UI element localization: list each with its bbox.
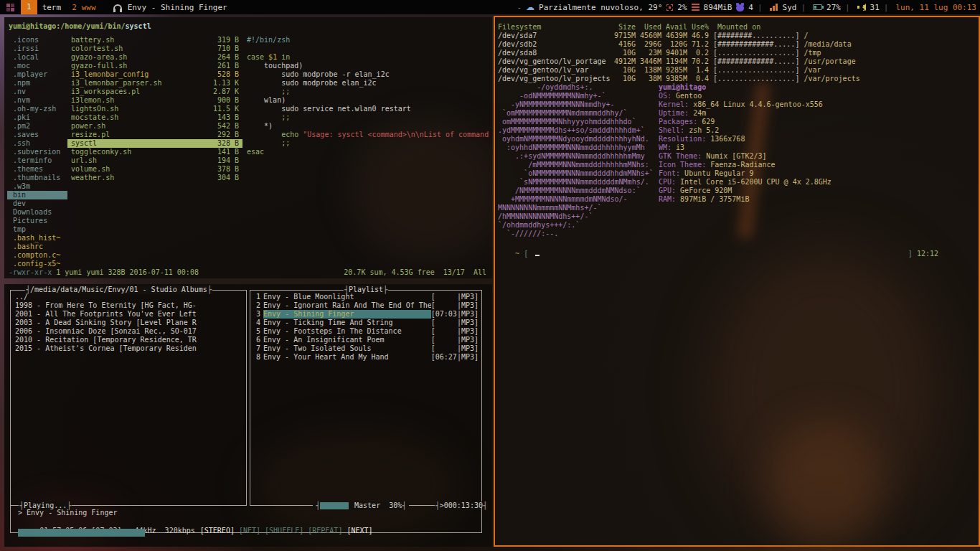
workspace-2-label[interactable]: www	[82, 3, 96, 12]
directory-item[interactable]: 1998 - From Here To Eternity [HG Fact, H…	[11, 301, 246, 310]
parent-dir-item[interactable]: dev	[7, 199, 67, 208]
track-number: 7	[253, 344, 260, 353]
file-row[interactable]: url.sh194 B	[67, 156, 242, 165]
focused-terminal-window[interactable]: FilesystemSizeUsedAvailUse%Mounted on/de…	[494, 16, 980, 547]
workspace-2-button[interactable]: 2	[72, 3, 77, 12]
parent-dir-item[interactable]: .local	[7, 53, 67, 62]
parent-dir-item[interactable]: .w3m	[7, 182, 67, 191]
df-cell-fs: /dev/sda8	[498, 49, 610, 57]
playlist-track[interactable]: 2Envy - Ignorant Rain And The End Of The…	[250, 301, 481, 310]
file-row[interactable]: weather.sh304 B	[67, 174, 242, 182]
parent-dir-item[interactable]: .compton.c~	[7, 251, 67, 260]
fetch-info-value: 980x551	[710, 135, 745, 143]
df-cell-bar: [#############.....]	[713, 57, 799, 66]
track-number: 1	[253, 293, 260, 301]
parent-dir-item[interactable]: .bashrc	[7, 242, 67, 251]
speaker-icon[interactable]	[857, 4, 866, 11]
playlist-track[interactable]: 4Envy - Ticking Time And String[ |MP3]	[250, 319, 481, 327]
preview-line: sudo service net.wlan0 restart	[247, 105, 489, 113]
preview-line: esac	[247, 148, 489, 156]
parent-dir-item[interactable]: .moc	[7, 62, 67, 70]
moc-music-player-window[interactable]: /media/data/Music/Envy/01 - Studio Album…	[4, 284, 492, 547]
fetch-info-label: GTK Theme:	[659, 152, 702, 160]
parent-dir-item[interactable]: .thumbnails	[7, 174, 67, 182]
file-row[interactable]: mocstate.sh143 B	[67, 113, 242, 122]
parent-dir-item[interactable]: bin	[7, 191, 67, 199]
file-size: 319 B	[217, 36, 239, 44]
file-name: lightsOn.sh	[71, 105, 213, 113]
file-row[interactable]: toggleconky.sh141 B	[67, 148, 242, 156]
df-cell-mount: /usr/portage	[804, 57, 855, 66]
parent-dir-item[interactable]: .npm	[7, 79, 67, 88]
directory-item[interactable]: 2003 - A Dead Sinking Story [Level Plane…	[11, 319, 246, 327]
shell-prompt[interactable]: ~ [	[498, 241, 540, 267]
parent-dir-item[interactable]: .pm2	[7, 122, 67, 131]
preview-line: sudo modprobe elan_i2c	[247, 79, 489, 88]
ranger-status-right: 20.7K sum, 4.53G free 13/17 All	[344, 268, 486, 277]
file-row[interactable]: resize.pl292 B	[67, 131, 242, 139]
playlist-track[interactable]: 6Envy - An Insignificant Poem[ |MP3]	[250, 336, 481, 344]
workspace-1-button[interactable]: 1	[21, 0, 37, 14]
file-row[interactable]: i3_workspaces.pl2.87 K	[67, 88, 242, 96]
file-size: 2.87 K	[213, 88, 239, 96]
parent-dir-item[interactable]: .ssh	[7, 139, 67, 148]
file-row[interactable]: colortest.sh710 B	[67, 44, 242, 53]
bitrate: 320kbps	[165, 527, 195, 534]
parent-dir-item[interactable]: Pictures	[7, 217, 67, 225]
directory-item[interactable]: 2006 - Insomniac Doze [Sonzai Rec., SO-0…	[11, 327, 246, 336]
file-size: 1.13 K	[213, 79, 239, 88]
playlist-track[interactable]: 1Envy - Blue Moonlight[ |MP3]	[250, 293, 481, 301]
fetch-info-row: Font:Ubuntu Regular 9	[659, 169, 831, 178]
directory-item[interactable]: 2015 - Atheist's Cornea [Temporary Resid…	[11, 344, 246, 353]
parent-dir-item[interactable]: .config-x5~	[7, 260, 67, 268]
playlist-track[interactable]: 8Envy - Your Heart And My Hand[06:27|MP3…	[250, 353, 481, 362]
playlist-track[interactable]: 3Envy - Shining Finger[07:03|MP3]	[250, 310, 481, 319]
parent-dir-item[interactable]: .nv	[7, 88, 67, 96]
df-header-used: Used	[636, 23, 661, 32]
file-row[interactable]: lightsOn.sh11.5 K	[67, 105, 242, 113]
playlist-track[interactable]: 7Envy - Two Isolated Souls[ |MP3]	[250, 344, 481, 353]
df-cell-used: 138M	[636, 66, 661, 75]
parent-dir-item[interactable]: .icons	[7, 36, 67, 44]
parent-dir-item[interactable]: tmp	[7, 225, 67, 234]
directory-item[interactable]: ../	[11, 293, 246, 301]
track-progress-bar[interactable]	[18, 529, 145, 537]
launcher-grid-icon[interactable]	[6, 4, 14, 11]
file-name: battery.sh	[71, 36, 217, 44]
file-row[interactable]: i3_lemonbar_parser.sh1.13 K	[67, 79, 242, 88]
directory-item[interactable]: 2010 - Recitation [Temporary Residence, …	[11, 336, 246, 344]
statusbar-right: - ☁ Parzialmente nuvoloso, 29° 2% 894MiB…	[512, 3, 976, 12]
parent-dir-item[interactable]: .mplayer	[7, 70, 67, 79]
prompt-open-bracket: [	[524, 250, 528, 258]
file-row[interactable]: gyazo-full.sh261 B	[67, 62, 242, 70]
fetch-info-row: GPU:GeForce 920M	[659, 187, 831, 195]
ranger-file-manager-window[interactable]: yumi@hitago:/home/yumi/bin/sysctl .icons…	[4, 17, 492, 278]
parent-dir-item[interactable]: .irssi	[7, 44, 67, 53]
file-size: 194 B	[217, 156, 239, 165]
playlist-track[interactable]: 5Envy - Footsteps In The Distance[ |MP3]	[250, 327, 481, 336]
fetch-info-value: x86_64 Linux 4.4.6-gentoo-x556	[693, 100, 823, 108]
parent-dir-item[interactable]: .themes	[7, 165, 67, 174]
parent-dir-item[interactable]: .oh-my-zsh	[7, 105, 67, 113]
df-header-row: FilesystemSizeUsedAvailUse%Mounted on	[498, 23, 860, 32]
df-row: /dev/sda810G23M9401M0.2[................…	[498, 49, 860, 57]
parent-dir-item[interactable]: .saves	[7, 131, 67, 139]
file-row[interactable]: i3_lemonbar_config528 B	[67, 70, 242, 79]
directory-item[interactable]: 2001 - All The Footprints You've Ever Le…	[11, 310, 246, 319]
parent-dir-item[interactable]: .subversion	[7, 148, 67, 156]
file-row[interactable]: battery.sh319 B	[67, 36, 242, 44]
parent-dir-item[interactable]: .pki	[7, 113, 67, 122]
df-cell-avail: 120G	[661, 40, 687, 49]
fetch-info-label: GPU:	[659, 187, 676, 194]
parent-dir-item[interactable]: Downloads	[7, 208, 67, 217]
parent-dir-item[interactable]: .nvm	[7, 96, 67, 105]
file-row[interactable]: i3lemon.sh900 B	[67, 96, 242, 105]
workspace-1-label[interactable]: term	[42, 3, 62, 12]
parent-dir-item[interactable]: .bash_hist~	[7, 234, 67, 242]
file-row[interactable]: sysctl328 B	[67, 139, 242, 148]
file-row[interactable]: power.sh542 B	[67, 122, 242, 131]
fetch-info-value: Intel Core i5-6200U CPU @ 4x 2.8GHz	[680, 178, 831, 186]
file-row[interactable]: volume.sh378 B	[67, 165, 242, 174]
parent-dir-item[interactable]: .terminfo	[7, 156, 67, 165]
file-row[interactable]: gyazo-area.sh264 B	[67, 53, 242, 62]
